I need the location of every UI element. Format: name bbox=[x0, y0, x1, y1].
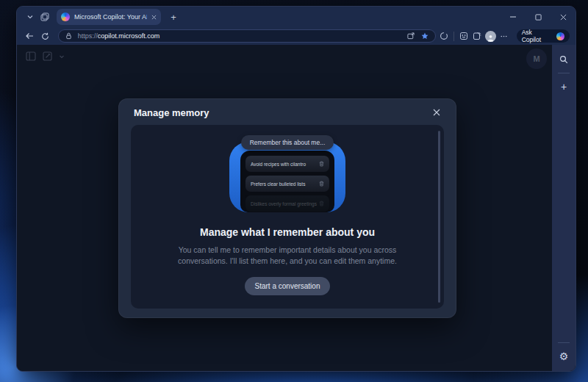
copilot-logo-icon bbox=[556, 32, 564, 40]
browser-window: Microsoft Copilot: Your AI companion + bbox=[16, 6, 576, 372]
browser-titlebar: Microsoft Copilot: Your AI companion + bbox=[17, 7, 576, 27]
tab-title: Microsoft Copilot: Your AI companion bbox=[74, 13, 147, 21]
delete-memory-icon[interactable] bbox=[319, 201, 324, 206]
maximize-button[interactable] bbox=[526, 7, 551, 27]
dialog-description: You can tell me to remember important de… bbox=[164, 245, 411, 266]
desktop-wallpaper: Microsoft Copilot: Your AI companion + bbox=[0, 0, 588, 382]
memory-item: Dislikes overly formal greetings bbox=[245, 195, 329, 212]
profile-avatar[interactable] bbox=[485, 31, 496, 42]
memory-card: Avoid recipes with cilantro Prefers clea… bbox=[240, 151, 334, 212]
url-scheme: https:// bbox=[78, 32, 98, 40]
sidebar-settings-gear-icon[interactable]: ⚙ bbox=[556, 349, 571, 364]
copilot-favicon-icon bbox=[61, 12, 70, 21]
edge-sidebar-rail: + ⚙ bbox=[552, 45, 576, 371]
start-conversation-button[interactable]: Start a conversation bbox=[245, 277, 331, 295]
dialog-title: Manage memory bbox=[134, 107, 209, 118]
panel-scrollbar[interactable] bbox=[438, 131, 440, 303]
sidebar-add-icon[interactable]: + bbox=[556, 79, 571, 94]
rail-divider-top bbox=[558, 73, 570, 73]
address-bar[interactable]: https://copilot.microsoft.com bbox=[58, 29, 437, 43]
ask-copilot-label: Ask Copilot bbox=[522, 29, 553, 43]
dialog-heading: Manage what I remember about you bbox=[200, 226, 375, 238]
copilot-page: M + ⚙ Manage memory bbox=[17, 45, 576, 371]
tab-close-icon[interactable] bbox=[151, 15, 157, 20]
rail-divider-bottom bbox=[558, 342, 570, 343]
manage-memory-dialog: Manage memory Remember this about me... … bbox=[118, 98, 456, 318]
new-tab-button[interactable]: + bbox=[165, 9, 182, 25]
refresh-icon[interactable] bbox=[39, 29, 52, 43]
minimize-button[interactable] bbox=[501, 7, 526, 27]
toolbar-divider bbox=[453, 32, 454, 41]
url-host: copilot.microsoft.com bbox=[98, 32, 160, 40]
delete-memory-icon[interactable] bbox=[319, 161, 324, 167]
split-screen-icon[interactable] bbox=[406, 31, 416, 41]
memory-item-text: Avoid recipes with cilantro bbox=[251, 162, 306, 167]
tab-search-chevron-icon[interactable] bbox=[23, 10, 37, 24]
delete-memory-icon[interactable] bbox=[319, 181, 324, 187]
browser-toolbar: https://copilot.microsoft.com bbox=[17, 27, 576, 45]
browser-essentials-icon[interactable] bbox=[439, 31, 449, 41]
sidebar-search-icon[interactable] bbox=[556, 52, 571, 67]
close-button[interactable] bbox=[551, 7, 576, 27]
workspaces-icon[interactable] bbox=[37, 10, 52, 24]
lock-icon[interactable] bbox=[64, 31, 74, 41]
more-menu-icon[interactable] bbox=[499, 31, 509, 41]
collections-icon[interactable] bbox=[472, 31, 482, 41]
memory-item-text: Prefers clear bulleted lists bbox=[251, 181, 305, 187]
memory-item: Avoid recipes with cilantro bbox=[245, 156, 329, 172]
back-icon[interactable] bbox=[23, 29, 36, 43]
url-text: https://copilot.microsoft.com bbox=[78, 32, 160, 40]
dialog-header: Manage memory bbox=[119, 99, 456, 123]
memory-item-text: Dislikes overly formal greetings bbox=[251, 201, 317, 206]
remember-bubble: Remember this about me... bbox=[241, 135, 334, 150]
memory-illustration: Avoid recipes with cilantro Prefers clea… bbox=[229, 142, 345, 212]
window-controls bbox=[501, 7, 576, 27]
ask-copilot-button[interactable]: Ask Copilot bbox=[517, 29, 570, 43]
favorites-star-icon[interactable] bbox=[420, 31, 430, 41]
memory-item: Prefers clear bulleted lists bbox=[245, 176, 329, 192]
feedback-icon[interactable] bbox=[459, 31, 469, 41]
browser-tab[interactable]: Microsoft Copilot: Your AI companion bbox=[57, 9, 161, 25]
dialog-panel: Remember this about me... Avoid recipes … bbox=[131, 125, 444, 309]
dialog-close-icon[interactable] bbox=[431, 107, 442, 118]
